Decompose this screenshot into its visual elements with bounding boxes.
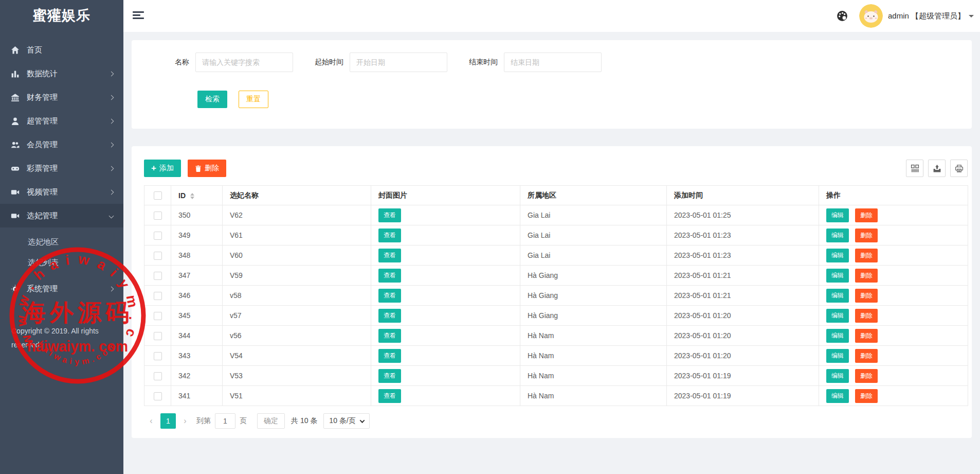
current-page-button[interactable]: 1 bbox=[160, 413, 176, 429]
delete-selected-button[interactable]: 删除 bbox=[188, 160, 226, 177]
video-icon bbox=[10, 211, 20, 220]
chevron-down-icon bbox=[359, 418, 365, 423]
sidebar-item-xuanfei[interactable]: 选妃管理 bbox=[0, 204, 123, 227]
edit-button[interactable]: 编辑 bbox=[826, 229, 849, 242]
view-button[interactable]: 查看 bbox=[378, 269, 401, 283]
column-header-cover: 封面图片 bbox=[371, 186, 520, 205]
delete-button[interactable]: 删除 bbox=[855, 329, 878, 343]
edit-button[interactable]: 编辑 bbox=[826, 349, 849, 363]
page-size-select[interactable]: 10 条/页 bbox=[323, 413, 369, 429]
edit-button[interactable]: 编辑 bbox=[826, 249, 849, 262]
table-row: 343 V54 查看 Hà Nam 2023-05-01 01:20 编辑删除 bbox=[144, 346, 968, 366]
chevron-right-icon bbox=[109, 166, 114, 171]
sidebar-item-statistics[interactable]: 数据统计 bbox=[0, 62, 123, 85]
sidebar-item-members[interactable]: 会员管理 bbox=[0, 133, 123, 156]
chevron-right-icon bbox=[109, 189, 114, 195]
next-page-arrow-icon[interactable]: › bbox=[178, 413, 192, 429]
export-button[interactable] bbox=[928, 160, 946, 177]
delete-button[interactable]: 删除 bbox=[855, 208, 878, 222]
delete-button[interactable]: 删除 bbox=[855, 309, 878, 323]
sidebar-item-lottery[interactable]: 彩票管理 bbox=[0, 156, 123, 180]
row-checkbox[interactable] bbox=[154, 292, 162, 300]
row-checkbox[interactable] bbox=[154, 312, 162, 320]
table-row: 345 v57 查看 Hà Giang 2023-05-01 01:20 编辑删… bbox=[144, 306, 968, 326]
view-button[interactable]: 查看 bbox=[378, 229, 401, 242]
columns-filter-button[interactable] bbox=[906, 160, 923, 177]
columns-icon bbox=[911, 164, 919, 173]
sidebar-subitem-region[interactable]: 选妃地区 bbox=[0, 232, 123, 252]
delete-button[interactable]: 删除 bbox=[855, 269, 878, 283]
export-icon bbox=[933, 164, 941, 173]
theme-palette-icon[interactable] bbox=[837, 10, 848, 22]
row-checkbox[interactable] bbox=[154, 272, 162, 280]
hamburger-menu-icon[interactable] bbox=[133, 11, 145, 21]
view-button[interactable]: 查看 bbox=[378, 369, 401, 383]
print-button[interactable] bbox=[950, 160, 968, 177]
sidebar-item-finance[interactable]: 财务管理 bbox=[0, 85, 123, 109]
avatar bbox=[859, 4, 883, 28]
delete-button[interactable]: 删除 bbox=[855, 349, 878, 363]
delete-button[interactable]: 删除 bbox=[855, 389, 878, 403]
row-checkbox[interactable] bbox=[154, 352, 162, 360]
sidebar-item-superadmin[interactable]: 超管管理 bbox=[0, 109, 123, 133]
table-row: 349 V61 查看 Gia Lai 2023-05-01 01:23 编辑删除 bbox=[144, 225, 968, 245]
select-all-checkbox[interactable] bbox=[154, 191, 162, 200]
total-count-label: 共 10 条 bbox=[291, 416, 317, 426]
sidebar-item-home[interactable]: 首页 bbox=[0, 38, 123, 62]
delete-button[interactable]: 删除 bbox=[855, 289, 878, 303]
edit-button[interactable]: 编辑 bbox=[826, 329, 849, 343]
users-icon bbox=[10, 140, 20, 149]
confirm-page-button[interactable]: 确定 bbox=[257, 413, 285, 429]
row-checkbox[interactable] bbox=[154, 392, 162, 400]
table-header-row: ID 选妃名称 封面图片 所属地区 添加时间 操作 bbox=[144, 186, 968, 205]
chevron-right-icon bbox=[109, 118, 114, 124]
view-button[interactable]: 查看 bbox=[378, 309, 401, 323]
xuanfei-submenu: 选妃地区 选妃列表 bbox=[0, 227, 123, 277]
view-button[interactable]: 查看 bbox=[378, 208, 401, 222]
edit-button[interactable]: 编辑 bbox=[826, 269, 849, 283]
row-checkbox[interactable] bbox=[154, 332, 162, 340]
sort-icon[interactable] bbox=[190, 193, 194, 199]
view-button[interactable]: 查看 bbox=[378, 389, 401, 403]
row-checkbox[interactable] bbox=[154, 212, 162, 220]
end-date-input[interactable] bbox=[504, 52, 602, 72]
start-time-label: 起始时间 bbox=[315, 58, 343, 67]
row-checkbox[interactable] bbox=[154, 252, 162, 260]
data-table: ID 选妃名称 封面图片 所属地区 添加时间 操作 350 V62 查看 Gia… bbox=[144, 185, 968, 406]
name-filter-label: 名称 bbox=[175, 58, 189, 67]
edit-button[interactable]: 编辑 bbox=[826, 389, 849, 403]
edit-button[interactable]: 编辑 bbox=[826, 369, 849, 383]
view-button[interactable]: 查看 bbox=[378, 329, 401, 343]
sidebar-subitem-list[interactable]: 选妃列表 bbox=[0, 252, 123, 273]
view-button[interactable]: 查看 bbox=[378, 289, 401, 303]
add-button[interactable]: + 添加 bbox=[144, 160, 181, 177]
view-button[interactable]: 查看 bbox=[378, 249, 401, 262]
edit-button[interactable]: 编辑 bbox=[826, 208, 849, 222]
row-checkbox[interactable] bbox=[154, 232, 162, 240]
sidebar-item-video[interactable]: 视频管理 bbox=[0, 180, 123, 204]
trash-icon bbox=[195, 165, 202, 172]
delete-button[interactable]: 删除 bbox=[855, 369, 878, 383]
prev-page-arrow-icon[interactable]: ‹ bbox=[144, 413, 158, 429]
start-date-input[interactable] bbox=[350, 52, 447, 72]
delete-button[interactable]: 删除 bbox=[855, 229, 878, 242]
user-icon bbox=[10, 116, 20, 126]
name-search-input[interactable] bbox=[195, 52, 293, 72]
row-checkbox[interactable] bbox=[154, 372, 162, 380]
table-row: 346 v58 查看 Hà Giang 2023-05-01 01:21 编辑删… bbox=[144, 286, 968, 306]
reset-button[interactable]: 重置 bbox=[239, 91, 268, 108]
edit-button[interactable]: 编辑 bbox=[826, 289, 849, 303]
edit-button[interactable]: 编辑 bbox=[826, 309, 849, 323]
view-button[interactable]: 查看 bbox=[378, 349, 401, 363]
table-panel: + 添加 删除 bbox=[132, 146, 972, 438]
filter-panel: 名称 起始时间 结束时间 检索 重置 bbox=[132, 40, 972, 129]
sidebar-item-system[interactable]: 系统管理 bbox=[0, 277, 123, 301]
column-header-region: 所属地区 bbox=[520, 186, 667, 205]
sidebar: 蜜獾娱乐 首页 数据统计 财务管理 超管管理 bbox=[0, 0, 123, 474]
search-button[interactable]: 检索 bbox=[197, 91, 227, 108]
print-icon bbox=[955, 164, 964, 173]
delete-button[interactable]: 删除 bbox=[855, 249, 878, 262]
goto-label: 到第 bbox=[196, 416, 211, 426]
page-number-input[interactable] bbox=[215, 413, 235, 429]
admin-dropdown[interactable]: admin 【超级管理员】 bbox=[859, 4, 974, 28]
